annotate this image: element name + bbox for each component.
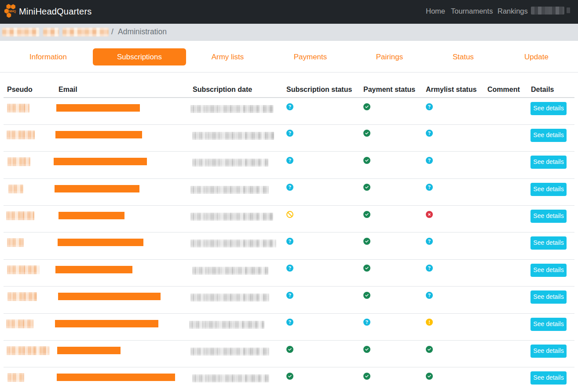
svg-text:MHQ: MHQ xyxy=(9,10,16,13)
